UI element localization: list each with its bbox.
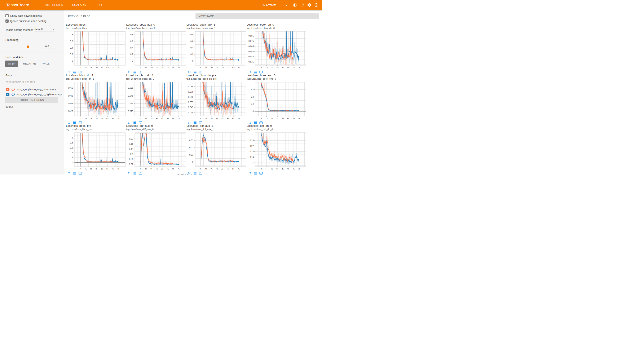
expand-chart-icon[interactable]: [248, 172, 252, 174]
smoothing-slider-knob[interactable]: [26, 46, 29, 48]
settings-icon[interactable]: [307, 3, 311, 7]
svg-text:0.045: 0.045: [248, 56, 254, 58]
svg-text:0.02: 0.02: [129, 163, 133, 166]
svg-text:0: 0: [140, 67, 141, 68]
chart-card: Loss/loss_bbox_dn_0tag: Loss/loss_bbox_d…: [247, 23, 307, 74]
svg-text:1k: 1k: [266, 118, 268, 119]
svg-text:0.02: 0.02: [190, 146, 194, 149]
scalar-chart[interactable]: 01k2k3k4k5k6k7k0.0350.0450.0550.0650.075…: [186, 80, 246, 119]
scalar-chart[interactable]: 01k2k3k4k5k6k7k0.0350.0450.0550.0650.075…: [247, 30, 307, 68]
chart-toolbar: [67, 172, 126, 174]
svg-text:0.2: 0.2: [70, 156, 73, 159]
next-page-button[interactable]: NEXT PAGE: [196, 13, 319, 19]
svg-text:4k: 4k: [282, 168, 284, 170]
dashboard-main: PREVIOUS PAGE NEXT PAGE Loss/loss_bboxta…: [64, 10, 322, 174]
svg-text:5k: 5k: [227, 168, 230, 170]
chart-card: Loss/loss_ddf_aux_1tag: Loss/loss_ddf_au…: [186, 124, 246, 174]
svg-text:6k: 6k: [172, 118, 174, 119]
run-selector-icon[interactable]: [254, 172, 257, 174]
charts-grid: Loss/loss_bboxtag: Loss/loss_bbox01k2k3k…: [66, 23, 322, 174]
svg-text:0.035: 0.035: [128, 102, 133, 104]
svg-text:7k: 7k: [238, 168, 240, 170]
scalar-chart[interactable]: 01k2k3k4k5k6k7k0.10.140.180.220.26: [247, 131, 307, 170]
fit-domain-icon[interactable]: [78, 172, 82, 174]
svg-text:7k: 7k: [117, 67, 120, 68]
run-checkbox[interactable]: [6, 88, 10, 91]
svg-text:7k: 7k: [178, 67, 180, 68]
help-icon[interactable]: [314, 3, 318, 7]
fit-domain-icon[interactable]: [139, 172, 142, 174]
expand-chart-icon[interactable]: [67, 172, 70, 174]
chart-tag: tag: Loss/loss_ddf_aux_0: [126, 128, 186, 131]
chart-title: Loss/loss_bbox_enc_0: [247, 74, 307, 77]
scalar-chart[interactable]: 01k2k3k4k5k6k7k0.0250.0350.0450.055: [126, 80, 186, 119]
expand-chart-icon[interactable]: [128, 172, 131, 174]
show-download-checkbox[interactable]: [6, 14, 8, 18]
run-selector-icon[interactable]: [73, 172, 76, 174]
run-checkbox[interactable]: [6, 93, 10, 96]
divider: [0, 52, 64, 53]
chart-card: Loss/loss_bbox_aux_0tag: Loss/loss_bbox_…: [126, 23, 186, 74]
chart-card: Loss/loss_bbox_dn_pretag: Loss/loss_bbox…: [186, 74, 246, 124]
svg-text:0.6: 0.6: [70, 40, 73, 42]
axis-wall-button[interactable]: WALL: [41, 60, 51, 67]
scalar-chart[interactable]: 01k2k3k4k5k6k7k00.20.40.60.8: [66, 30, 126, 68]
svg-text:0.8: 0.8: [190, 34, 193, 36]
run-color-circle: [12, 93, 15, 96]
axis-step-button[interactable]: STEP: [5, 60, 18, 67]
tab-text[interactable]: TEXT: [92, 0, 105, 10]
status-dropdown[interactable]: INACTIVE: [262, 1, 288, 9]
svg-text:1k: 1k: [205, 118, 208, 119]
run-selector-icon[interactable]: [133, 172, 136, 174]
run-row[interactable]: exp_s_obj2coco_neg_d_bg2/summary: [6, 92, 64, 97]
fit-domain-icon[interactable]: [199, 172, 202, 174]
svg-text:0.6: 0.6: [190, 40, 193, 42]
axis-relative-button[interactable]: RELATIVE: [22, 60, 37, 67]
smoothing-value[interactable]: 0.6: [45, 45, 56, 49]
scalar-chart[interactable]: 01k2k3k4k5k6k7k00.20.40.60.81: [66, 131, 126, 170]
svg-text:4k: 4k: [222, 118, 224, 119]
tooltip-sorting-select[interactable]: default: [34, 28, 55, 32]
tab-time-series[interactable]: TIME SERIES: [42, 0, 66, 10]
scalar-chart[interactable]: 01k2k3k4k5k6k7k00.40.81.2: [247, 80, 307, 119]
svg-text:0.03: 0.03: [190, 139, 194, 142]
scalar-chart[interactable]: 01k2k3k4k5k6k7k0.020.060.10.140.180.22: [126, 131, 186, 170]
svg-text:5k: 5k: [287, 168, 290, 170]
svg-text:4k: 4k: [101, 168, 104, 170]
status-label: INACTIVE: [262, 4, 276, 7]
scalar-chart[interactable]: 01k2k3k4k5k6k7k00.010.020.03: [186, 131, 246, 170]
tab-bar: TIME SERIES SCALARS TEXT: [40, 0, 107, 10]
smoothing-slider[interactable]: [6, 46, 43, 48]
svg-text:0: 0: [80, 168, 81, 170]
run-selector-icon[interactable]: [193, 172, 197, 174]
app-header: TensorBoard TIME SERIES SCALARS TEXT INA…: [0, 0, 322, 10]
brightness-icon[interactable]: [293, 3, 297, 7]
scalar-chart[interactable]: 01k2k3k4k5k6k7k00.20.40.60.8: [126, 30, 186, 68]
scalar-chart[interactable]: 01k2k3k4k5k6k7k00.20.40.60.8: [186, 30, 246, 68]
svg-text:7k: 7k: [178, 118, 180, 119]
previous-page-button[interactable]: PREVIOUS PAGE: [68, 15, 90, 18]
svg-text:0: 0: [200, 168, 202, 170]
svg-text:0: 0: [72, 162, 73, 164]
svg-text:2k: 2k: [90, 67, 92, 68]
chart-title: Loss/loss_bbox_aux_0: [126, 23, 186, 26]
svg-text:0.2: 0.2: [70, 53, 73, 56]
ignore-outliers-checkbox[interactable]: [6, 20, 8, 22]
scalar-chart[interactable]: 01k2k3k4k5k6k7k0.0250.0350.0450.055: [66, 80, 126, 119]
chart-tag: tag: Loss/loss_bbox_dn_2: [126, 77, 186, 80]
divider: [0, 70, 64, 71]
reload-icon[interactable]: [300, 3, 304, 7]
svg-text:6k: 6k: [112, 168, 114, 170]
run-filter-input[interactable]: [6, 80, 59, 84]
svg-text:5k: 5k: [166, 168, 169, 170]
tab-scalars[interactable]: SCALARS: [70, 0, 88, 10]
chart-title: Loss/loss_ddf_aux_0: [126, 124, 186, 128]
run-row[interactable]: exp_s_obj2coco_neg_d/summary: [6, 87, 64, 92]
svg-text:4k: 4k: [282, 67, 284, 68]
toggle-all-runs-button[interactable]: TOGGLE ALL RUNS: [5, 97, 58, 103]
fit-domain-icon[interactable]: [259, 172, 263, 174]
svg-text:0.065: 0.065: [188, 96, 193, 98]
chart-tag: tag: Loss/loss_bbox_dn_pre: [186, 77, 246, 80]
svg-text:0.18: 0.18: [250, 150, 254, 153]
svg-text:2k: 2k: [150, 118, 153, 119]
